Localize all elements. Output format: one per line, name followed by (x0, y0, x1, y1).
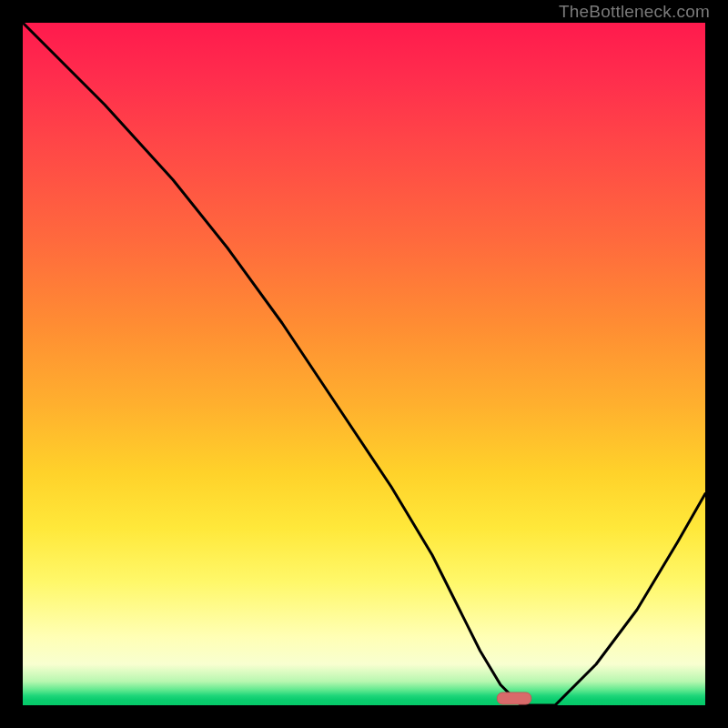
chart-frame: TheBottleneck.com (0, 0, 728, 728)
watermark-text: TheBottleneck.com (559, 2, 710, 22)
bottleneck-curve (23, 23, 705, 705)
curve-layer (23, 23, 705, 705)
plot-area (23, 23, 705, 705)
highlight-marker (497, 693, 531, 704)
